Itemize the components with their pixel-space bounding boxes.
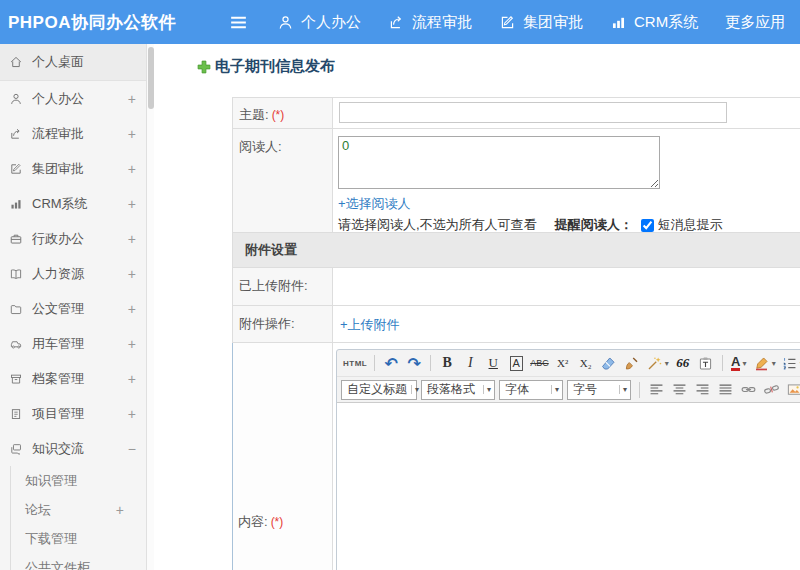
sidebar-item-label: 流程审批 xyxy=(32,125,124,143)
autoformat-dropdown-button[interactable]: ▾ xyxy=(644,352,671,374)
attachment-section-title: 附件设置 xyxy=(233,241,297,259)
hamburger-icon xyxy=(228,12,249,33)
sidebar-item-group-approval[interactable]: 集团审批 + xyxy=(0,151,146,186)
italic-button[interactable]: I xyxy=(459,352,481,374)
flow-icon xyxy=(9,127,23,141)
nav-crm-system[interactable]: CRM系统 xyxy=(610,13,698,32)
attachment-section-header: 附件设置 xyxy=(233,233,800,268)
nav-personal-office[interactable]: 个人办公 xyxy=(277,13,361,32)
uploaded-label-cell: 已上传附件: xyxy=(233,268,333,305)
edit-icon xyxy=(9,162,23,176)
page-title: 电子期刊信息发布 xyxy=(196,57,335,76)
image-icon xyxy=(786,381,800,398)
expand-toggle[interactable]: + xyxy=(124,231,136,247)
nav-more-apps[interactable]: 更多应用 xyxy=(725,13,785,32)
expand-toggle[interactable]: + xyxy=(124,91,136,107)
expand-toggle[interactable]: + xyxy=(124,406,136,422)
upload-attachment-link[interactable]: +上传附件 xyxy=(340,316,400,334)
sidebar-item-label: 行政办公 xyxy=(32,230,124,248)
nav-workflow-approval[interactable]: 流程审批 xyxy=(388,13,472,32)
sidebar-item-knowledge-exchange[interactable]: 知识交流 − xyxy=(0,431,146,466)
align-justify-icon xyxy=(717,381,734,398)
sidebar-item-archive-management[interactable]: 档案管理 + xyxy=(0,361,146,396)
expand-toggle[interactable]: + xyxy=(124,336,136,352)
readers-note-row: 请选择阅读人,不选为所有人可查看 提醒阅读人： 短消息提示 xyxy=(338,216,800,234)
nav-group-approval[interactable]: 集团审批 xyxy=(499,13,583,32)
sidebar-item-admin-office[interactable]: 行政办公 + xyxy=(0,221,146,256)
sidebar-item-label: 知识交流 xyxy=(32,440,124,458)
chevron-down-icon: ▾ xyxy=(742,359,746,368)
expand-toggle[interactable]: + xyxy=(116,502,124,518)
remove-link-button[interactable] xyxy=(760,379,782,401)
editor-content-area[interactable] xyxy=(337,402,800,570)
sidebar-subitem-public-file-cabinet[interactable]: 公共文件柜 xyxy=(11,553,146,570)
superscript-button[interactable]: X² xyxy=(552,352,574,374)
sidebar-item-label: 人力资源 xyxy=(32,265,124,283)
expand-toggle[interactable]: + xyxy=(124,126,136,142)
paragraph-format-select[interactable]: 段落格式▾ xyxy=(421,380,495,400)
remove-format-button[interactable] xyxy=(598,352,620,374)
sidebar-item-human-resources[interactable]: 人力资源 + xyxy=(0,256,146,291)
select-readers-link[interactable]: +选择阅读人 xyxy=(338,195,411,213)
paste-text-button[interactable] xyxy=(695,352,717,374)
expand-toggle[interactable]: + xyxy=(124,266,136,282)
link-icon xyxy=(740,381,757,398)
expand-toggle[interactable]: + xyxy=(124,371,136,387)
insert-link-button[interactable] xyxy=(737,379,759,401)
expand-toggle[interactable]: + xyxy=(124,196,136,212)
readers-textarea[interactable]: 0 xyxy=(338,136,660,189)
format-painter-button[interactable] xyxy=(621,352,643,374)
sidebar-item-vehicle-management[interactable]: 用车管理 + xyxy=(0,326,146,361)
expand-toggle[interactable]: + xyxy=(124,161,136,177)
sidebar-subitem-label: 下载管理 xyxy=(25,530,124,548)
font-style-button[interactable]: A xyxy=(505,352,527,374)
align-justify-button[interactable] xyxy=(714,379,736,401)
align-right-button[interactable] xyxy=(691,379,713,401)
underline-button[interactable]: U xyxy=(482,352,504,374)
expand-toggle[interactable]: + xyxy=(124,301,136,317)
highlight-color-dropdown-button[interactable]: ▾ xyxy=(751,352,778,374)
sidebar-subitem-download-management[interactable]: 下载管理 xyxy=(11,524,146,553)
sidebar-item-label: 项目管理 xyxy=(32,405,124,423)
main-content: 电子期刊信息发布 主题:(*) 阅读人: 0 +选 xyxy=(154,44,800,570)
select-value: 自定义标题 xyxy=(347,381,407,398)
custom-heading-select[interactable]: 自定义标题▾ xyxy=(341,380,417,400)
align-center-button[interactable] xyxy=(668,379,690,401)
collapse-toggle[interactable]: − xyxy=(124,441,136,457)
subscript-button[interactable]: X₂ xyxy=(575,352,597,374)
font-family-select[interactable]: 字体▾ xyxy=(499,380,563,400)
subject-row: 主题:(*) xyxy=(233,98,800,129)
sidebar-subitem-forum[interactable]: 论坛 + xyxy=(11,495,146,524)
undo-button[interactable]: ↶ xyxy=(380,352,402,374)
sms-remind-label: 短消息提示 xyxy=(658,216,723,234)
align-left-button[interactable] xyxy=(645,379,667,401)
sidebar-item-project-management[interactable]: 项目管理 + xyxy=(0,396,146,431)
eraser-icon xyxy=(600,355,617,372)
sidebar-item-personal-desktop[interactable]: 个人桌面 xyxy=(0,44,146,81)
bold-button[interactable]: B xyxy=(436,352,458,374)
sidebar-item-workflow-approval[interactable]: 流程审批 + xyxy=(0,116,146,151)
sidebar-item-personal-office[interactable]: 个人办公 + xyxy=(0,81,146,116)
sidebar-item-document-management[interactable]: 公文管理 + xyxy=(0,291,146,326)
chevron-down-icon: ▾ xyxy=(411,385,419,394)
knowledge-exchange-submenu: 知识管理 论坛 + 下载管理 公共文件柜 xyxy=(10,466,146,570)
sms-remind-checkbox[interactable] xyxy=(641,219,654,232)
font-color-dropdown-button[interactable]: A▾ xyxy=(728,352,750,374)
hamburger-menu-button[interactable] xyxy=(228,12,249,33)
strikethrough-button[interactable]: ABC xyxy=(528,352,551,374)
boxed-a-icon: A xyxy=(510,356,523,371)
sidebar-subitem-knowledge-management[interactable]: 知识管理 xyxy=(11,466,146,495)
sidebar-item-label: 公文管理 xyxy=(32,300,124,318)
html-source-button[interactable]: HTML xyxy=(341,352,369,374)
subject-input[interactable] xyxy=(339,102,727,123)
ordered-list-dropdown-button[interactable]: ▾ xyxy=(779,352,800,374)
nav-label: CRM系统 xyxy=(634,13,698,32)
toolbar-separator xyxy=(639,382,640,398)
insert-image-button[interactable] xyxy=(783,379,800,401)
sidebar-item-crm-system[interactable]: CRM系统 + xyxy=(0,186,146,221)
subject-label-cell: 主题:(*) xyxy=(233,98,333,128)
font-size-select[interactable]: 字号▾ xyxy=(567,380,631,400)
content-label-cell: 内容:(*) xyxy=(233,343,333,570)
blockquote-button[interactable]: 66 xyxy=(672,352,694,374)
redo-button[interactable]: ↷ xyxy=(403,352,425,374)
